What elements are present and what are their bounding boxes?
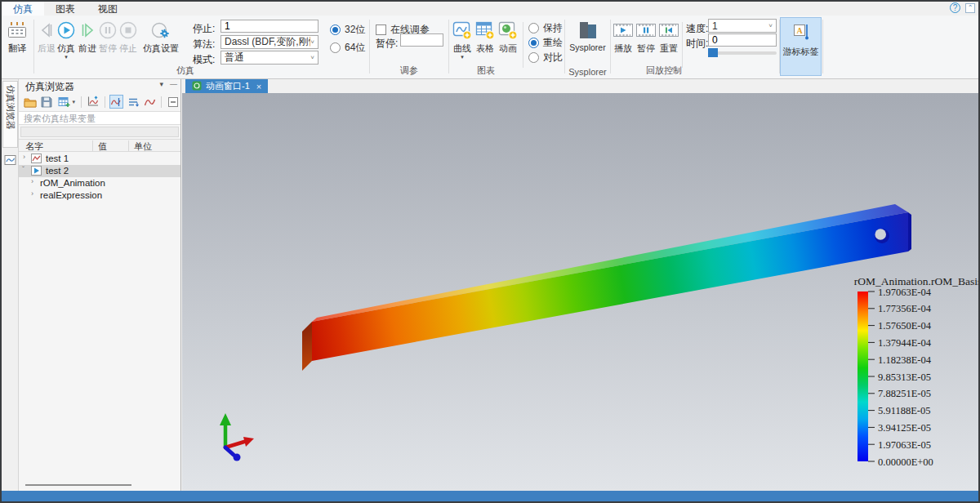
ribbon-group-playback: 播放 暂停 bbox=[611, 16, 779, 78]
group-label-charts: 图表 bbox=[449, 65, 523, 77]
dock-tab-simulation-browser[interactable]: 仿真浏览器 bbox=[2, 81, 18, 148]
chevron-right-icon[interactable]: › bbox=[23, 153, 25, 161]
status-bar bbox=[2, 491, 978, 503]
radio-32bit[interactable]: 32位 bbox=[330, 23, 365, 37]
column-value[interactable]: 值 bbox=[98, 140, 107, 153]
open-folder-icon[interactable] bbox=[23, 95, 38, 109]
tree-item-rom-animation[interactable]: › rOM_Animation bbox=[19, 177, 180, 189]
new-curve-button[interactable]: 曲线 ▾ bbox=[451, 19, 474, 60]
ribbon-group-tuning: 在线调参 暂停: 调参 bbox=[370, 16, 448, 78]
column-name[interactable]: 名字 bbox=[25, 140, 43, 153]
table-chart-icon bbox=[474, 19, 497, 42]
menu-tab-simulation[interactable]: 仿真 bbox=[2, 2, 44, 16]
menu-tab-chart[interactable]: 图表 bbox=[44, 2, 87, 16]
time-slider-thumb[interactable] bbox=[708, 48, 718, 57]
result-run-icon bbox=[31, 166, 42, 177]
step-forward-icon bbox=[77, 19, 98, 42]
chevron-right-icon[interactable]: › bbox=[31, 177, 33, 185]
step-back-button[interactable]: 后退 bbox=[36, 19, 57, 55]
app-window: 仿真 图表 视图 ? ⌃ 翻译 bbox=[0, 0, 980, 503]
stop-icon bbox=[118, 19, 139, 42]
legend-tick: 1.77356E-04 bbox=[878, 303, 932, 314]
film-play-icon bbox=[612, 19, 634, 42]
panel-header: 仿真浏览器 — ▾ bbox=[19, 79, 180, 93]
radio-redraw[interactable]: 重绘 bbox=[528, 36, 563, 50]
column-header-row: 名字 值 单位 bbox=[19, 139, 180, 152]
panel-minimize-icon[interactable]: — bbox=[170, 80, 177, 88]
time-label: 时间: bbox=[686, 37, 708, 51]
tree-item-test1[interactable]: › test 1 bbox=[19, 153, 180, 165]
simulation-settings-button[interactable]: 仿真设置 bbox=[139, 19, 183, 55]
step-forward-button[interactable]: 前进 bbox=[77, 19, 98, 55]
list-values-icon[interactable] bbox=[126, 95, 140, 109]
tree-item-realexpression[interactable]: › realExpression bbox=[19, 189, 180, 202]
filter-bar[interactable] bbox=[20, 127, 179, 137]
playback-reset-button[interactable]: 重置 bbox=[658, 19, 679, 55]
legend-tick: 1.57650E-04 bbox=[878, 320, 932, 332]
legend-tick: 1.37944E-04 bbox=[878, 337, 932, 349]
ribbon-pin-icon[interactable]: ⌃ bbox=[965, 3, 975, 13]
menu-tab-view[interactable]: 视图 bbox=[87, 2, 129, 16]
ribbon-group-charts: 曲线 ▾ 表格 bbox=[449, 16, 564, 78]
column-unit[interactable]: 单位 bbox=[134, 140, 152, 153]
algorithm-select[interactable]: Dassl (BDF,变阶,刚性) ˅ bbox=[220, 35, 318, 49]
radio-compare[interactable]: 对比 bbox=[528, 51, 563, 65]
horizontal-scrollbar[interactable] bbox=[25, 484, 131, 486]
stop-time-input[interactable] bbox=[220, 20, 318, 33]
chevron-right-icon[interactable]: › bbox=[31, 189, 33, 198]
legend-tick: 5.91188E-05 bbox=[878, 405, 930, 416]
group-label-simulation: 仿真 bbox=[2, 65, 369, 77]
tab-animation-window[interactable]: 动画窗口-1 × bbox=[185, 79, 268, 93]
time-input[interactable] bbox=[708, 33, 777, 47]
step-back-icon bbox=[36, 19, 57, 42]
film-pause-icon bbox=[635, 19, 657, 42]
curve-dropdown-icon[interactable]: ▾ bbox=[451, 55, 474, 60]
help-icon[interactable]: ? bbox=[950, 2, 960, 13]
legend-tick: 1.97063E-04 bbox=[878, 287, 932, 298]
radio-hold[interactable]: 保持 bbox=[528, 21, 563, 35]
mode-select[interactable]: 普通 ˅ bbox=[220, 51, 318, 65]
animation-viewport[interactable]: rOM_Animation.rOM_Basis 1.97063E-04 1.77… bbox=[182, 93, 980, 491]
simulate-dropdown-icon[interactable]: ▾ bbox=[56, 55, 77, 60]
save-icon[interactable] bbox=[40, 95, 55, 109]
cursor-tag-icon: A bbox=[781, 18, 821, 46]
legend-tick: 0.00000E+00 bbox=[878, 456, 933, 468]
radio-64bit[interactable]: 64位 bbox=[330, 41, 365, 55]
tuning-pause-label: 暂停: bbox=[376, 37, 398, 51]
film-reset-icon bbox=[658, 19, 679, 42]
translate-button[interactable]: 翻译 bbox=[3, 19, 31, 55]
plot-variable-icon[interactable] bbox=[109, 95, 124, 109]
playback-play-button[interactable]: 播放 bbox=[612, 19, 634, 55]
pause-icon bbox=[97, 19, 118, 42]
chevron-down-icon: ˅ bbox=[310, 38, 314, 46]
time-slider[interactable] bbox=[708, 51, 777, 55]
tuning-pause-input[interactable] bbox=[400, 33, 443, 47]
panel-menu-icon[interactable]: ▾ bbox=[159, 80, 163, 88]
sysplorer-button[interactable]: Sysplorer bbox=[565, 19, 610, 52]
simulate-button[interactable]: 仿真 ▾ bbox=[56, 19, 77, 60]
ribbon-group-simulation: 翻译 后退 仿真 ▾ bbox=[2, 16, 369, 78]
chevron-down-icon[interactable]: ˇ bbox=[22, 165, 24, 173]
search-input[interactable] bbox=[19, 111, 180, 125]
cursor-tag-button[interactable]: A 游标标签 bbox=[780, 17, 822, 76]
export-plot-icon[interactable] bbox=[86, 95, 100, 109]
collapse-all-icon[interactable] bbox=[166, 95, 180, 109]
curve-style-icon[interactable] bbox=[143, 95, 158, 109]
speed-select[interactable]: 1 ˅ bbox=[708, 19, 777, 33]
playback-pause-button[interactable]: 暂停 bbox=[635, 19, 657, 55]
dock-tab-plot-icon[interactable] bbox=[4, 154, 16, 168]
legend-tick: 9.85313E-05 bbox=[878, 372, 931, 383]
svg-text:A: A bbox=[796, 26, 803, 35]
new-table-button[interactable]: 表格 bbox=[474, 19, 497, 55]
new-animation-button[interactable]: 动画 bbox=[497, 19, 519, 55]
stop-time-label: 停止: bbox=[193, 22, 215, 36]
add-table-icon[interactable]: ▾ bbox=[56, 95, 77, 109]
chevron-down-icon: ˅ bbox=[310, 54, 314, 61]
ribbon-group-sysplorer: Sysplorer Sysplorer bbox=[565, 16, 610, 78]
stop-button[interactable]: 停止 bbox=[118, 19, 139, 55]
close-tab-icon[interactable]: × bbox=[256, 82, 261, 91]
tree-item-test2[interactable]: ˇ test 2 bbox=[19, 165, 180, 177]
pause-button[interactable]: 暂停 bbox=[97, 19, 118, 55]
beam-hole bbox=[875, 229, 889, 243]
speed-label: 速度: bbox=[686, 22, 708, 36]
